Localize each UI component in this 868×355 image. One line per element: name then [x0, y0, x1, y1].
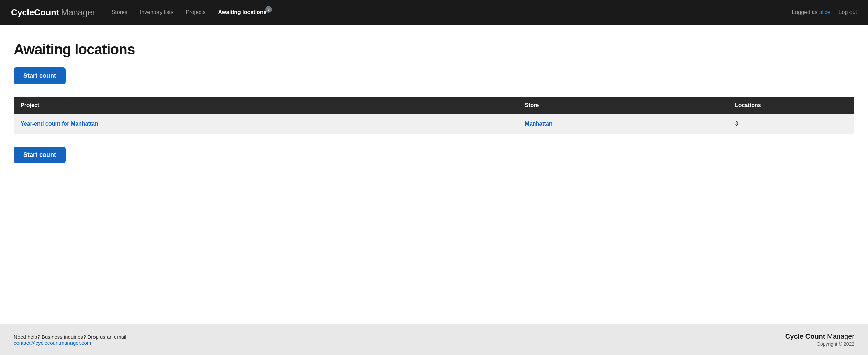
- store-link[interactable]: Manhattan: [525, 121, 553, 127]
- project-link[interactable]: Year-end count for Manhattan: [21, 121, 98, 127]
- col-header-project: Project: [14, 97, 518, 114]
- awaiting-locations-badge: 3: [265, 6, 272, 13]
- main-content: Awaiting locations Start count Project S…: [0, 25, 868, 324]
- table-cell-locations: 3: [728, 114, 854, 134]
- nav-awaiting-locations-container: Awaiting locations 3: [218, 9, 266, 15]
- footer-help-text: Need help? Business inquiries? Drop us a…: [14, 334, 128, 340]
- nav-inventory-lists[interactable]: Inventory lists: [140, 9, 174, 15]
- brand-logo: Cycle CountManager: [11, 7, 95, 18]
- footer-right: Cycle Count Manager Copyright © 2022: [785, 333, 854, 347]
- awaiting-locations-table: Project Store Locations Year-end count f…: [14, 97, 854, 134]
- nav-links: Stores Inventory lists Projects Awaiting…: [112, 9, 792, 15]
- logged-as-prefix: Logged as: [792, 9, 819, 15]
- brand-count-text: Count: [34, 7, 59, 18]
- table-cell-store: Manhattan: [518, 114, 728, 134]
- footer-email-link[interactable]: contact@cyclecountmanager.com: [14, 340, 91, 346]
- col-header-locations: Locations: [728, 97, 854, 114]
- table-body: Year-end count for Manhattan Manhattan 3: [14, 114, 854, 134]
- page-title: Awaiting locations: [14, 41, 854, 58]
- brand-cycle-text: Cycle: [11, 7, 34, 18]
- footer-brand-cycle: Cycle: [785, 333, 803, 340]
- footer-left: Need help? Business inquiries? Drop us a…: [14, 334, 128, 346]
- footer: Need help? Business inquiries? Drop us a…: [0, 324, 868, 355]
- logged-as-text: Logged as alice: [792, 9, 831, 15]
- nav-awaiting-locations[interactable]: Awaiting locations: [218, 9, 266, 15]
- col-header-store: Store: [518, 97, 728, 114]
- footer-brand-count: Count: [803, 333, 825, 340]
- start-count-button-top[interactable]: Start count: [14, 67, 66, 84]
- brand-manager-text: Manager: [61, 7, 95, 18]
- table-row: Year-end count for Manhattan Manhattan 3: [14, 114, 854, 134]
- footer-brand: Cycle Count Manager: [785, 333, 854, 341]
- start-count-button-bottom[interactable]: Start count: [14, 147, 66, 163]
- table-header: Project Store Locations: [14, 97, 854, 114]
- footer-copyright: Copyright © 2022: [785, 341, 854, 347]
- navbar-right: Logged as alice Log out: [792, 9, 857, 15]
- footer-brand-manager: Manager: [825, 333, 855, 340]
- table-cell-project: Year-end count for Manhattan: [14, 114, 518, 134]
- navbar: Cycle CountManager Stores Inventory list…: [0, 0, 868, 25]
- nav-stores[interactable]: Stores: [112, 9, 127, 15]
- logged-as-username: alice: [819, 9, 831, 15]
- nav-projects[interactable]: Projects: [186, 9, 206, 15]
- logout-link[interactable]: Log out: [839, 9, 857, 15]
